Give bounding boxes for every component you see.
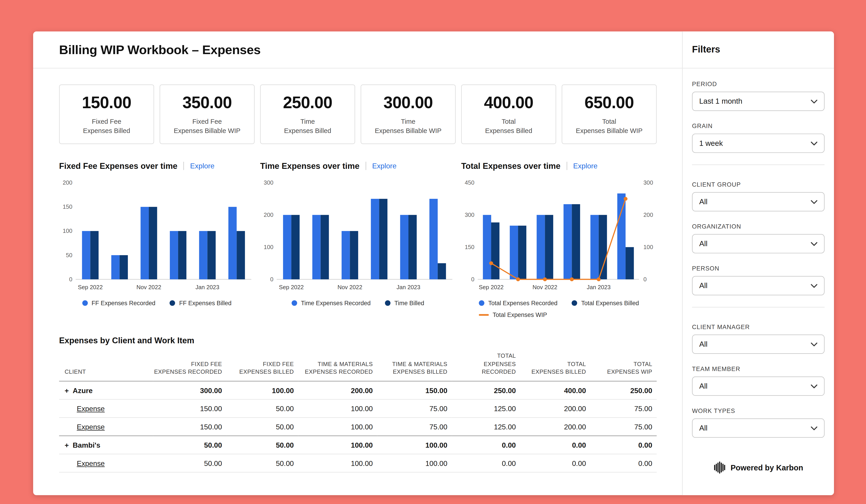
- kpi-value: 250.00: [283, 93, 332, 112]
- client-group-cell[interactable]: +Bambi's: [59, 436, 153, 454]
- chart-title: Total Expenses over time: [461, 161, 560, 170]
- bar: [111, 255, 120, 279]
- kpi-card: 650.00TotalExpenses Billable WIP: [562, 85, 657, 144]
- filter-select-client-group[interactable]: All: [692, 192, 825, 211]
- chevron-down-icon: [811, 242, 817, 246]
- chart-1: Fixed Fee Expenses over timeExplore05010…: [59, 160, 255, 318]
- bar: [312, 215, 321, 279]
- legend-dot: [385, 300, 390, 306]
- value-cell: 50.00: [153, 454, 226, 472]
- filter-label: CLIENT MANAGER: [692, 323, 825, 330]
- bar: [483, 215, 491, 279]
- chevron-down-icon: [811, 283, 817, 288]
- line-point: [570, 278, 574, 281]
- value-cell: 50.00: [226, 454, 298, 472]
- expand-toggle-icon[interactable]: +: [65, 441, 69, 449]
- filter-select-team-member[interactable]: All: [692, 377, 825, 396]
- expand-toggle-icon[interactable]: +: [65, 386, 69, 394]
- kpi-card: 300.00TimeExpenses Billable WIP: [360, 85, 456, 144]
- line-point: [543, 278, 547, 281]
- filter-label: GRAIN: [692, 123, 825, 129]
- filter-select-person[interactable]: All: [692, 276, 825, 295]
- bar: [408, 215, 417, 279]
- x-tick-label: Nov 2022: [337, 284, 362, 290]
- legend-dot: [479, 300, 484, 306]
- y-tick-label-right: 0: [643, 276, 646, 282]
- y-tick-label: 300: [264, 179, 273, 186]
- y-tick-label: 0: [69, 276, 73, 282]
- kpi-label: TotalExpenses Billed: [485, 117, 532, 135]
- value-cell: 200.00: [520, 418, 590, 436]
- y-tick-label-right: 100: [643, 244, 653, 250]
- table-row: Expense50.0050.00100.00100.000.000.000.0…: [59, 454, 657, 472]
- bar: [229, 207, 237, 279]
- y-tick-label: 100: [63, 228, 73, 234]
- bar: [537, 215, 545, 279]
- client-group-cell[interactable]: +Azure: [59, 381, 153, 400]
- powered-by: Powered by Karbon: [682, 461, 834, 473]
- table-section: Expenses by Client and Work Item CLIENTF…: [59, 336, 657, 473]
- charts-row: Fixed Fee Expenses over timeExplore05010…: [59, 160, 657, 318]
- line-point: [597, 278, 601, 281]
- y-tick-label-right: 300: [643, 179, 653, 186]
- legend-label: Total Expenses Recorded: [488, 300, 557, 306]
- x-tick-label: Nov 2022: [136, 284, 161, 290]
- bar: [430, 199, 438, 279]
- filter-label: ORGANIZATION: [692, 223, 825, 229]
- line-point: [624, 197, 628, 201]
- y-tick-label: 0: [471, 276, 474, 282]
- bar: [342, 231, 350, 279]
- chart-header: Fixed Fee Expenses over timeExplore: [59, 160, 255, 172]
- legend-label: Time Expenses Recorded: [301, 300, 371, 306]
- y-tick-label: 450: [465, 179, 475, 186]
- bar: [236, 231, 245, 279]
- explore-link[interactable]: Explore: [372, 161, 397, 170]
- filter-select-period[interactable]: Last 1 month: [692, 92, 825, 111]
- x-tick-label: Jan 2023: [397, 284, 420, 290]
- bar: [625, 247, 634, 279]
- value-cell: 0.00: [452, 454, 520, 472]
- y-tick-label: 50: [66, 252, 73, 258]
- value-cell: 150.00: [153, 418, 226, 436]
- bar: [291, 215, 300, 279]
- value-cell: 150.00: [153, 400, 226, 418]
- explore-link[interactable]: Explore: [190, 161, 214, 170]
- value-cell: 75.00: [377, 400, 452, 418]
- legend-dot: [572, 300, 577, 306]
- workbook-card: Billing WIP Workbook – Expenses 150.00Fi…: [33, 32, 834, 495]
- bar: [120, 255, 128, 279]
- bar: [170, 231, 178, 279]
- table-row: Expense150.0050.00100.0075.00125.00200.0…: [59, 418, 657, 436]
- kpi-card: 400.00TotalExpenses Billed: [461, 85, 556, 144]
- kpi-label: TimeExpenses Billed: [284, 117, 331, 135]
- column-header: TIME & MATERIALSEXPENSES RECORDED: [298, 351, 377, 381]
- filter-select-grain[interactable]: 1 week: [692, 134, 825, 153]
- bar: [371, 199, 379, 279]
- expense-link[interactable]: Expense: [77, 404, 104, 413]
- bar: [491, 223, 500, 279]
- bar: [141, 207, 149, 279]
- table-title: Expenses by Client and Work Item: [59, 336, 657, 345]
- explore-link[interactable]: Explore: [573, 161, 598, 170]
- kpi-value: 650.00: [585, 93, 634, 112]
- value-cell: 125.00: [452, 418, 520, 436]
- kpi-row: 150.00Fixed FeeExpenses Billed350.00Fixe…: [59, 85, 657, 144]
- filter-select-client-manager[interactable]: All: [692, 335, 825, 354]
- filter-selected-value: All: [699, 382, 708, 390]
- bar: [400, 215, 408, 279]
- bar: [599, 215, 607, 279]
- chevron-down-icon: [811, 342, 817, 346]
- filter-select-organization[interactable]: All: [692, 234, 825, 253]
- value-cell: 200.00: [520, 400, 590, 418]
- client-item-cell: Expense: [59, 400, 153, 418]
- expense-link[interactable]: Expense: [77, 459, 104, 467]
- filters-list: PERIODLast 1 monthGRAIN1 weekCLIENT GROU…: [682, 68, 834, 449]
- bar: [617, 193, 625, 279]
- y-tick-label: 200: [63, 179, 73, 186]
- divider: [184, 161, 184, 170]
- filters-title: Filters: [692, 44, 720, 55]
- table-row: +Bambi's50.0050.00100.00100.000.000.000.…: [59, 436, 657, 454]
- bar: [90, 231, 99, 279]
- filter-select-work-types[interactable]: All: [692, 418, 825, 438]
- expense-link[interactable]: Expense: [77, 423, 104, 431]
